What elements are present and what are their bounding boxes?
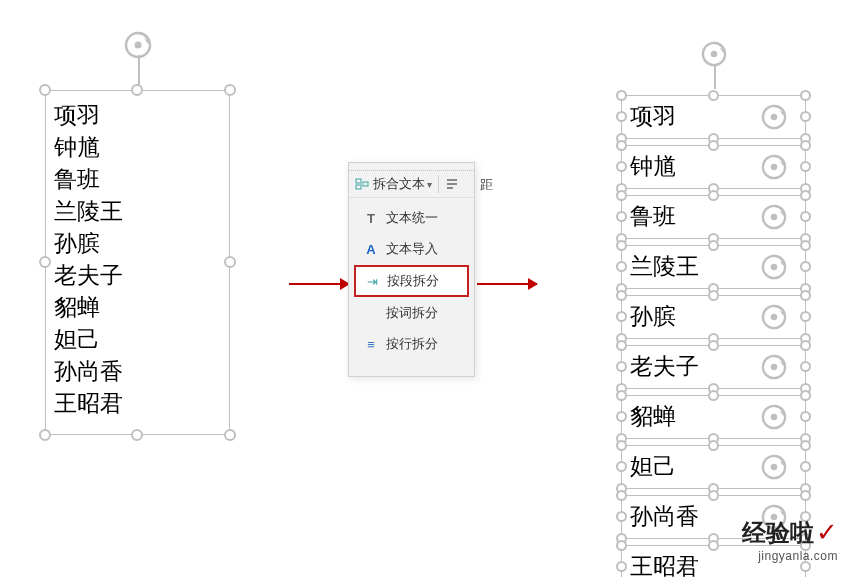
text-line: 兰陵王 bbox=[54, 195, 221, 227]
source-textbox[interactable]: 项羽 钟馗 鲁班 兰陵王 孙膑 老夫子 貂蝉 妲己 孙尚香 王昭君 bbox=[45, 90, 230, 435]
resize-handle[interactable] bbox=[616, 111, 627, 122]
result-text: 兰陵王 bbox=[630, 253, 699, 279]
result-textbox[interactable]: 项羽 bbox=[621, 95, 806, 139]
resize-handle[interactable] bbox=[800, 140, 811, 151]
resize-handle-br[interactable] bbox=[224, 429, 236, 441]
arrow-icon bbox=[477, 283, 537, 285]
resize-handle-tr[interactable] bbox=[224, 84, 236, 96]
resize-handle-ml[interactable] bbox=[39, 256, 51, 268]
menu-item-split-paragraph[interactable]: ⇥ 按段拆分 bbox=[354, 265, 469, 297]
menu-item-text-import[interactable]: A 文本导入 bbox=[354, 234, 469, 264]
result-textbox[interactable]: 兰陵王 bbox=[621, 245, 806, 289]
resize-handle[interactable] bbox=[616, 390, 627, 401]
result-textbox[interactable]: 妲己 bbox=[621, 445, 806, 489]
resize-handle-bm[interactable] bbox=[131, 429, 143, 441]
resize-handle[interactable] bbox=[616, 140, 627, 151]
resize-handle[interactable] bbox=[616, 461, 627, 472]
resize-handle-bl[interactable] bbox=[39, 429, 51, 441]
rotate-handle[interactable] bbox=[761, 254, 787, 280]
menu-item-split-line[interactable]: ≡ 按行拆分 bbox=[354, 329, 469, 359]
rotate-connector bbox=[138, 55, 140, 85]
resize-handle[interactable] bbox=[708, 540, 719, 551]
resize-handle[interactable] bbox=[800, 261, 811, 272]
resize-handle[interactable] bbox=[616, 340, 627, 351]
resize-handle[interactable] bbox=[708, 490, 719, 501]
chevron-down-icon: ▾ bbox=[427, 179, 432, 190]
resize-handle[interactable] bbox=[616, 211, 627, 222]
resize-handle[interactable] bbox=[616, 90, 627, 101]
result-textbox[interactable]: 鲁班 bbox=[621, 195, 806, 239]
result-text: 项羽 bbox=[630, 103, 676, 129]
resize-handle-mr[interactable] bbox=[224, 256, 236, 268]
resize-handle[interactable] bbox=[800, 390, 811, 401]
resize-handle[interactable] bbox=[616, 561, 627, 572]
resize-handle[interactable] bbox=[800, 461, 811, 472]
resize-handle[interactable] bbox=[800, 490, 811, 501]
resize-handle[interactable] bbox=[708, 240, 719, 251]
watermark-url: jingyanla.com bbox=[742, 549, 838, 563]
rotate-handle[interactable] bbox=[761, 154, 787, 180]
svg-rect-4 bbox=[363, 182, 368, 186]
rotate-handle[interactable] bbox=[761, 104, 787, 130]
resize-handle[interactable] bbox=[800, 111, 811, 122]
menu-toolbar-button[interactable]: 拆合文本 ▾ bbox=[349, 171, 474, 198]
result-textbox[interactable]: 貂蝉 bbox=[621, 395, 806, 439]
resize-handle[interactable] bbox=[800, 361, 811, 372]
resize-handle[interactable] bbox=[708, 340, 719, 351]
result-textbox[interactable]: 孙膑 bbox=[621, 295, 806, 339]
result-text: 孙尚香 bbox=[630, 503, 699, 529]
resize-handle[interactable] bbox=[800, 440, 811, 451]
menu-item-text-unify[interactable]: T 文本统一 bbox=[354, 203, 469, 233]
rotate-handle[interactable] bbox=[761, 304, 787, 330]
resize-handle[interactable] bbox=[800, 211, 811, 222]
result-textbox[interactable]: 钟馗 bbox=[621, 145, 806, 189]
rotate-handle[interactable] bbox=[761, 354, 787, 380]
resize-handle-tl[interactable] bbox=[39, 84, 51, 96]
resize-handle[interactable] bbox=[800, 190, 811, 201]
svg-rect-3 bbox=[356, 185, 361, 189]
resize-handle[interactable] bbox=[616, 190, 627, 201]
result-textbox[interactable]: 老夫子 bbox=[621, 345, 806, 389]
resize-handle[interactable] bbox=[800, 90, 811, 101]
resize-handle[interactable] bbox=[616, 290, 627, 301]
resize-handle[interactable] bbox=[800, 240, 811, 251]
resize-handle[interactable] bbox=[708, 190, 719, 201]
menu-item-label: 文本统一 bbox=[386, 209, 438, 227]
resize-handle[interactable] bbox=[616, 411, 627, 422]
toolbar-label: 拆合文本 bbox=[373, 175, 425, 193]
resize-handle[interactable] bbox=[800, 290, 811, 301]
textbox-text[interactable]: 项羽 钟馗 鲁班 兰陵王 孙膑 老夫子 貂蝉 妲己 孙尚香 王昭君 bbox=[46, 91, 229, 427]
rotate-handle[interactable] bbox=[761, 454, 787, 480]
resize-handle[interactable] bbox=[708, 440, 719, 451]
resize-handle[interactable] bbox=[616, 311, 627, 322]
rotate-handle[interactable] bbox=[761, 204, 787, 230]
text-line: 老夫子 bbox=[54, 259, 221, 291]
resize-handle[interactable] bbox=[616, 161, 627, 172]
resize-handle[interactable] bbox=[708, 290, 719, 301]
resize-handle[interactable] bbox=[800, 161, 811, 172]
split-merge-icon bbox=[355, 177, 369, 191]
resize-handle[interactable] bbox=[616, 261, 627, 272]
resize-handle[interactable] bbox=[616, 540, 627, 551]
menu-item-split-word[interactable]: 按词拆分 bbox=[354, 298, 469, 328]
resize-handle[interactable] bbox=[708, 140, 719, 151]
result-text: 王昭君 bbox=[630, 553, 699, 577]
rotate-handle[interactable] bbox=[701, 41, 727, 67]
rotate-handle[interactable] bbox=[761, 404, 787, 430]
resize-handle[interactable] bbox=[800, 340, 811, 351]
split-line-icon: ≡ bbox=[362, 337, 380, 352]
resize-handle[interactable] bbox=[800, 411, 811, 422]
resize-handle[interactable] bbox=[800, 311, 811, 322]
resize-handle[interactable] bbox=[616, 490, 627, 501]
text-line: 孙膑 bbox=[54, 227, 221, 259]
resize-handle[interactable] bbox=[708, 90, 719, 101]
rotate-handle[interactable] bbox=[124, 31, 152, 59]
resize-handle[interactable] bbox=[616, 511, 627, 522]
resize-handle[interactable] bbox=[616, 240, 627, 251]
menu-header bbox=[349, 163, 474, 171]
resize-handle[interactable] bbox=[708, 390, 719, 401]
text-line: 钟馗 bbox=[54, 131, 221, 163]
resize-handle-tm[interactable] bbox=[131, 84, 143, 96]
resize-handle[interactable] bbox=[616, 361, 627, 372]
resize-handle[interactable] bbox=[616, 440, 627, 451]
